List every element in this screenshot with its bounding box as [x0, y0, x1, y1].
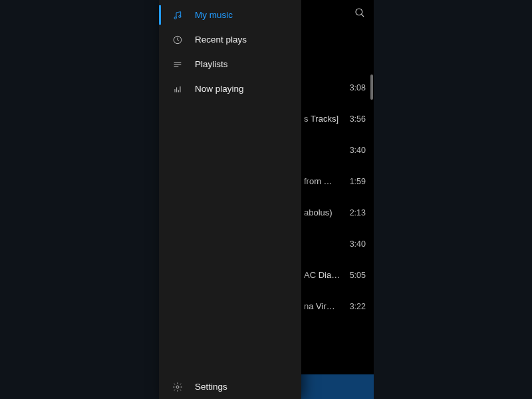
- svg-point-0: [356, 9, 362, 15]
- svg-point-17: [176, 386, 179, 388]
- nav-item-label: Playlists: [195, 59, 228, 69]
- nav-item-settings[interactable]: Settings: [159, 374, 301, 399]
- svg-point-7: [174, 17, 176, 19]
- nav-item-now-playing[interactable]: Now playing: [159, 76, 301, 101]
- music-note-icon: [172, 10, 183, 21]
- nav-item-label: Now playing: [195, 84, 244, 94]
- drawer-menu: My music Recent plays Playlists Now play…: [159, 0, 301, 374]
- svg-point-8: [179, 15, 181, 17]
- gear-icon: [172, 382, 183, 392]
- nav-item-recent-plays[interactable]: Recent plays: [159, 27, 301, 52]
- scrollbar-thumb[interactable]: [370, 74, 373, 100]
- track-duration: 3:56: [340, 114, 366, 124]
- track-duration: 2:13: [340, 208, 366, 217]
- search-icon[interactable]: [354, 7, 366, 21]
- navigation-drawer: My music Recent plays Playlists Now play…: [159, 0, 301, 399]
- playlist-icon: [172, 59, 183, 70]
- track-duration: 3:40: [340, 146, 366, 155]
- nav-item-label: My music: [195, 10, 233, 20]
- svg-line-1: [361, 14, 364, 17]
- track-duration: 5:05: [340, 271, 366, 280]
- track-duration: 3:22: [340, 302, 366, 311]
- clock-icon: [172, 35, 183, 45]
- nav-item-label: Recent plays: [195, 35, 247, 45]
- track-duration: 3:40: [340, 239, 366, 249]
- nav-item-my-music[interactable]: My music: [159, 3, 301, 27]
- track-duration: 1:59: [340, 177, 366, 186]
- track-duration: 3:08: [340, 83, 366, 92]
- nav-item-playlists[interactable]: Playlists: [159, 52, 301, 76]
- nav-item-label: Settings: [195, 382, 227, 392]
- app-window: 3:08 s Tracks] 3:56 3:40 from … 1:59 abo…: [159, 0, 374, 399]
- equalizer-icon: [172, 84, 183, 94]
